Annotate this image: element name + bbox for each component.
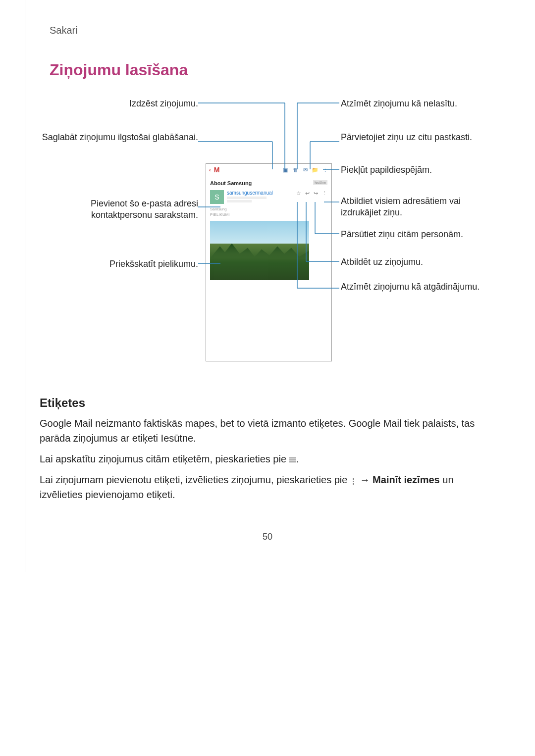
- arrow-glyph: →: [360, 474, 373, 485]
- move-to-icon: 📁: [312, 166, 319, 173]
- forward-icon: ↪: [314, 190, 318, 197]
- archive-icon: ▣: [282, 166, 289, 173]
- mark-unread-icon: ✉: [302, 166, 309, 173]
- callout-delete: Izdzēst ziņojumu.: [40, 98, 198, 109]
- etiketes-p3-bold: Mainīt iezīmes: [373, 474, 440, 485]
- callout-move-mailbox: Pārvietojiet ziņu uz citu pastkasti.: [341, 132, 494, 143]
- reply-icon: ↩: [305, 190, 310, 197]
- callout-preview-attachment: Priekšskatīt pielikumu.: [40, 258, 198, 270]
- email-subject: About Samsung: [210, 180, 252, 186]
- callout-add-contact: Pievienot šo e-pasta adresi kontaktperso…: [40, 198, 198, 221]
- callout-mark-unread: Atzīmēt ziņojumu kā nelasītu.: [341, 98, 494, 109]
- etiketes-p2b: .: [296, 454, 299, 464]
- menu-stack-icon: [289, 456, 296, 463]
- sender-avatar: S: [210, 190, 224, 204]
- etiketes-p2a: Lai apskatītu ziņojumus citām etiķetēm, …: [40, 454, 289, 464]
- attachment-photo: [210, 221, 309, 280]
- callout-reply: Atbildēt uz ziņojumu.: [341, 256, 494, 268]
- etiketes-p2: Lai apskatītu ziņojumus citām etiķetēm, …: [40, 452, 495, 466]
- callout-more-options: Piekļūt papildiespējām.: [341, 164, 494, 176]
- etiketes-heading: Etiķetes: [40, 396, 495, 410]
- vertical-dots-icon: [350, 477, 357, 484]
- callout-forward: Pārsūtiet ziņu citām personām.: [341, 229, 494, 240]
- page-number: 50: [40, 532, 495, 542]
- callout-mark-reminder: Atzīmēt ziņojumu kā atgādinājumu.: [341, 281, 494, 293]
- attachments-label: PIELIKUMI: [206, 211, 331, 218]
- page-title: Ziņojumu lasīšana: [50, 61, 495, 79]
- callout-archive: Saglabāt ziņojumu ilgstošai glabāšanai.: [40, 132, 198, 143]
- delete-icon: 🗑: [292, 166, 299, 173]
- sender-name: samsungusermanual: [227, 190, 273, 196]
- gmail-logo-icon: M: [214, 166, 220, 174]
- email-body-brand: Samsung: [206, 206, 331, 211]
- inbox-badge: Iesūtne: [313, 180, 327, 185]
- more-icon: ⋮: [321, 166, 328, 173]
- device-screenshot: ‹ M ▣ 🗑 ✉ 📁 ⋮ About Samsung Iesūtne S sa…: [206, 163, 332, 361]
- etiketes-p3: Lai ziņojumam pievienotu etiķeti, izvēli…: [40, 472, 495, 502]
- back-icon: ‹: [209, 167, 211, 173]
- diagram-area: Izdzēst ziņojumu. Saglabāt ziņojumu ilgs…: [40, 94, 495, 376]
- page-section-header: Sakari: [50, 25, 495, 36]
- etiketes-p1: Google Mail neizmanto faktiskās mapes, b…: [40, 416, 495, 446]
- etiketes-p3a: Lai ziņojumam pievienotu etiķeti, izvēli…: [40, 474, 350, 485]
- callout-reply-all-print: Atbildiet visiem adresātiem vai izdrukāj…: [341, 196, 494, 219]
- star-icon: ☆: [296, 190, 301, 197]
- row-more-icon: ⋮: [322, 190, 327, 197]
